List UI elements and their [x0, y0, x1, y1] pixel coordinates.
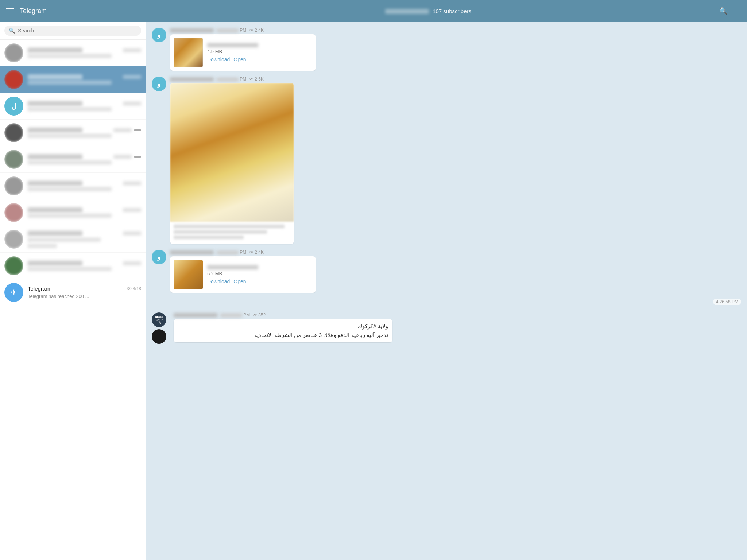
chat-preview-blur [28, 214, 112, 218]
top-bar-right: 🔍 ⋮ [705, 7, 741, 15]
more-button[interactable]: ⋮ [735, 7, 741, 15]
chat-name-blur [28, 154, 82, 159]
chat-item[interactable] [0, 173, 146, 199]
subscriber-count: 107 subscribers [433, 8, 471, 14]
msg-views: 👁 852 [253, 312, 266, 318]
chat-name-blur [28, 181, 82, 186]
avatar [4, 256, 23, 275]
msg-avatar: ﻭ [152, 77, 166, 91]
msg-avatar: ﻭ [152, 28, 166, 42]
message-timestamp-row: 4:26:58 PM [152, 299, 741, 305]
avatar-letter: ﻭ [158, 254, 160, 261]
chat-time-blur [123, 48, 141, 52]
file-size: 5.2 MB [207, 271, 312, 276]
chat-preview-blur [28, 134, 112, 138]
messages-area: ﻭ PM 👁 2.4K [146, 22, 747, 560]
caption-line [174, 230, 267, 234]
chat-preview-blur [28, 187, 112, 191]
channel-info: 107 subscribers [152, 8, 705, 14]
open-button[interactable]: Open [233, 279, 246, 284]
message-group: ﻭ PM 👁 2.4K [152, 250, 741, 293]
chat-item-active[interactable] [0, 66, 146, 93]
news-avatar: NEWSشمسولاد [152, 312, 166, 327]
open-button[interactable]: Open [233, 57, 246, 62]
chat-preview-blur2 [28, 244, 57, 248]
eye-icon: 👁 [249, 28, 253, 33]
news-avatar-text: NEWSشمسولاد [155, 315, 163, 324]
chat-info [28, 48, 141, 58]
chat-item[interactable] [0, 146, 146, 173]
search-button[interactable]: 🔍 [719, 7, 727, 15]
app-title: Telegram [20, 7, 47, 15]
chat-time-blur [113, 155, 132, 159]
sender-name-blur [170, 250, 214, 254]
search-input-wrap[interactable]: 🔍 [4, 26, 141, 36]
chat-info [28, 231, 141, 248]
chat-info [28, 181, 141, 191]
msg-time: PM [217, 28, 246, 33]
search-input[interactable] [18, 28, 137, 34]
chat-name-blur [28, 128, 82, 133]
chat-item[interactable] [0, 120, 146, 146]
chat-item[interactable] [0, 199, 146, 226]
file-info: 5.2 MB Download Open [207, 265, 312, 284]
download-button[interactable]: Download [207, 279, 230, 284]
image-content [170, 83, 294, 222]
file-info: 4.9 MB Download Open [207, 43, 312, 62]
chat-info: Telegram 3/23/18 Telegram has reached 20… [28, 285, 141, 299]
chat-time-blur [113, 128, 132, 132]
chat-item[interactable]: ل [0, 93, 146, 120]
msg-views: 👁 2.6K [249, 77, 264, 82]
msg-content: PM 👁 2.6K [170, 77, 741, 244]
telegram-chat-item[interactable]: ✈ Telegram 3/23/18 Telegram has reached … [0, 279, 146, 306]
msg-avatar: ﻭ [152, 250, 166, 264]
file-size: 4.9 MB [207, 49, 312, 54]
chat-time-blur [123, 182, 141, 185]
image-caption [170, 222, 294, 244]
chat-time-blur [123, 232, 141, 235]
sender-name-blur [174, 313, 217, 317]
hamburger-icon [6, 8, 14, 13]
sidebar: 🔍 [0, 22, 146, 560]
avatar [4, 176, 23, 195]
unread-badge [134, 156, 141, 158]
chat-preview-blur [28, 81, 112, 85]
chat-item[interactable] [0, 226, 146, 253]
sender-name-blur [170, 28, 214, 32]
chat-area: ﻭ PM 👁 2.4K [146, 22, 747, 560]
avatar: ل [4, 97, 23, 116]
chat-item[interactable] [0, 40, 146, 66]
file-bubble: 5.2 MB Download Open [170, 256, 316, 293]
chat-info [28, 261, 141, 271]
file-name-blur [207, 265, 258, 269]
time-suffix: PM [243, 312, 250, 318]
black-circle-avatar [152, 329, 166, 344]
msg-meta: PM 👁 2.6K [170, 77, 741, 82]
msg-views: 👁 2.4K [249, 28, 264, 33]
msg-views: 👁 2.4K [249, 250, 264, 255]
download-button[interactable]: Download [207, 57, 230, 62]
msg-meta: PM 👁 2.4K [170, 250, 741, 255]
chat-time-blur [123, 261, 141, 265]
chat-name: Telegram [28, 285, 50, 292]
file-actions: Download Open [207, 279, 312, 284]
chat-list: ل [0, 40, 146, 560]
chat-name-blur [28, 101, 82, 106]
avatar-letter: ل [11, 102, 17, 110]
image-bubble[interactable] [170, 83, 294, 244]
avatar-letter: ﻭ [158, 81, 160, 88]
caption-line [174, 236, 244, 239]
arabic-text-line2: تدمير آلية رباعية الدفع وهلاك 3 عناصر من… [178, 331, 388, 339]
msg-content: PM 👁 852 ولاية #كركوك تدمير آلية رباعية … [174, 312, 741, 342]
hamburger-button[interactable] [6, 8, 14, 13]
search-bar: 🔍 [0, 22, 146, 40]
file-thumb-img [174, 38, 203, 67]
chat-item[interactable] [0, 253, 146, 279]
eye-icon: 👁 [253, 312, 257, 318]
file-thumbnail [174, 260, 203, 289]
news-avatars: NEWSشمسولاد [152, 312, 166, 344]
top-bar-left: Telegram [6, 7, 152, 15]
msg-time: PM [217, 77, 246, 82]
file-actions: Download Open [207, 57, 312, 62]
chat-time-blur [123, 208, 141, 212]
